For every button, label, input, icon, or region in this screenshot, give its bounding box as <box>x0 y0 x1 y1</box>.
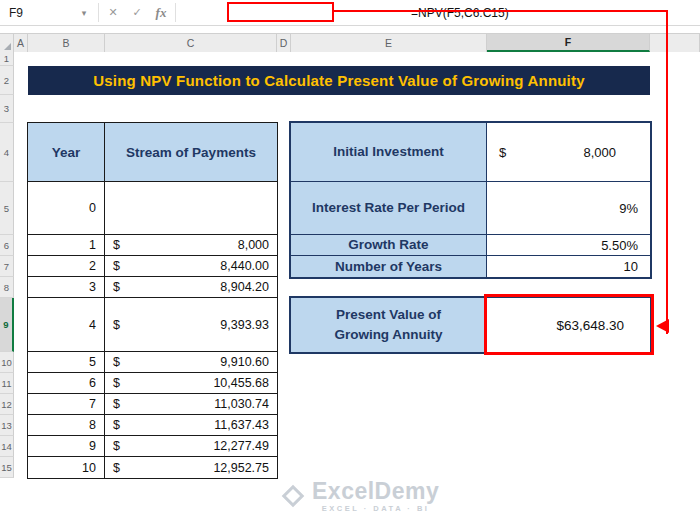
column-header-A[interactable]: A <box>14 34 28 52</box>
watermark-name: ExcelDemy <box>312 479 439 503</box>
column-header-B[interactable]: B <box>28 34 105 52</box>
cell-B8[interactable]: 3 <box>28 277 105 297</box>
amount-value: 8,000 <box>238 238 269 252</box>
row-header-7[interactable]: 7 <box>0 256 14 277</box>
row-header-11[interactable]: 11 <box>0 373 14 394</box>
currency-symbol: $ <box>113 461 120 475</box>
watermark-tagline: EXCEL · DATA · BI <box>322 504 430 513</box>
row-header-14[interactable]: 14 <box>0 436 14 457</box>
cell-B9[interactable]: 4 <box>28 298 105 351</box>
row-header-10[interactable]: 10 <box>0 352 14 373</box>
cell-C7[interactable]: $ 8,440.00 <box>105 256 277 276</box>
currency-symbol: $ <box>499 145 506 160</box>
cell-C5[interactable] <box>105 182 277 234</box>
cell-E9[interactable]: Present Value of Growing Annuity <box>291 298 487 352</box>
cell-B12[interactable]: 7 <box>28 394 105 414</box>
cell-B11[interactable]: 6 <box>28 373 105 393</box>
amount-value: 12,277.49 <box>213 439 269 453</box>
cell-F4[interactable]: $ 8,000 <box>487 123 650 181</box>
cell-E4[interactable]: Initial Investment <box>291 123 487 181</box>
table-row: 7 $ 11,030.74 <box>28 394 277 415</box>
row-header-9[interactable]: 9 <box>0 298 14 352</box>
enter-icon[interactable]: ✓ <box>125 6 149 19</box>
payments-table: Year Stream of Payments 0 1 $ 8,000 2 $ … <box>27 122 278 479</box>
column-header-E[interactable]: E <box>291 34 487 52</box>
row-header-12[interactable]: 12 <box>0 394 14 415</box>
result-block: Present Value of Growing Annuity $63,648… <box>289 296 652 354</box>
cell-B5[interactable]: 0 <box>28 182 105 234</box>
table-row: 9 $ 12,277.49 <box>28 436 277 457</box>
value-text: 5.50% <box>601 238 638 253</box>
formula-input[interactable]: =NPV(F5,C6:C15) <box>178 0 700 25</box>
column-header-C[interactable]: C <box>105 34 277 52</box>
cell-C12[interactable]: $ 11,030.74 <box>105 394 277 414</box>
name-box[interactable]: F9 <box>0 0 72 25</box>
row-header-8[interactable]: 8 <box>0 277 14 298</box>
annotation-connector-vertical <box>666 10 668 334</box>
row-header-15[interactable]: 15 <box>0 457 14 478</box>
insert-function-icon[interactable]: fx <box>149 5 173 21</box>
cell-B10[interactable]: 5 <box>28 352 105 372</box>
column-header-blank[interactable] <box>650 34 700 52</box>
table-row: Year Stream of Payments <box>28 123 277 182</box>
cell-C8[interactable]: $ 8,904.20 <box>105 277 277 297</box>
column-header-F[interactable]: F <box>487 34 650 52</box>
cell-B4[interactable]: Year <box>28 123 105 181</box>
cell-B7[interactable]: 2 <box>28 256 105 276</box>
cell-F5[interactable]: 9% <box>487 182 650 234</box>
cancel-icon[interactable]: ✕ <box>101 6 125 19</box>
cell-C15[interactable]: $ 12,952.75 <box>105 457 277 478</box>
amount-value: 11,030.74 <box>214 397 269 411</box>
row-header-6[interactable]: 6 <box>0 235 14 256</box>
name-box-dropdown-icon[interactable]: ▾ <box>72 0 96 25</box>
cell-C6[interactable]: $ 8,000 <box>105 235 277 255</box>
row-header-1[interactable]: 1 <box>0 52 14 66</box>
cell-C10[interactable]: $ 9,910.60 <box>105 352 277 372</box>
row-header-3[interactable]: 3 <box>0 95 14 123</box>
row-header-2[interactable]: 2 <box>0 66 14 95</box>
amount-value: 11,637.43 <box>214 418 269 432</box>
cell-C13[interactable]: $ 11,637.43 <box>105 415 277 435</box>
cell-C11[interactable]: $ 10,455.68 <box>105 373 277 393</box>
table-row: 8 $ 11,637.43 <box>28 415 277 436</box>
cell-E7[interactable]: Number of Years <box>291 256 487 277</box>
title-banner[interactable]: Using NPV Function to Calculate Present … <box>28 66 650 95</box>
value-text: 10 <box>624 259 638 274</box>
value-text: 8,000 <box>583 145 638 160</box>
cell-B6[interactable]: 1 <box>28 235 105 255</box>
currency-symbol: $ <box>113 418 120 432</box>
cell-C4[interactable]: Stream of Payments <box>105 123 277 181</box>
amount-value: 9,393.93 <box>220 318 269 332</box>
value-text: 9% <box>619 201 638 216</box>
table-row: 4 $ 9,393.93 <box>28 298 277 352</box>
cell-B14[interactable]: 9 <box>28 436 105 456</box>
currency-symbol: $ <box>113 355 120 369</box>
formula-bar: F9 ▾ ✕ ✓ fx =NPV(F5,C6:C15) <box>0 0 700 26</box>
cell-F7[interactable]: 10 <box>487 256 650 277</box>
cell-B13[interactable]: 8 <box>28 415 105 435</box>
cell-E5[interactable]: Interest Rate Per Period <box>291 182 487 234</box>
formula-text: =NPV(F5,C6:C15) <box>411 6 509 20</box>
column-headers: A B C D E F <box>0 33 700 52</box>
cell-C9[interactable]: $ 9,393.93 <box>105 298 277 351</box>
cell-C14[interactable]: $ 12,277.49 <box>105 436 277 456</box>
amount-value: 10,455.68 <box>213 376 269 390</box>
cell-E6[interactable]: Growth Rate <box>291 235 487 255</box>
cell-F9[interactable]: $63,648.30 <box>487 298 650 352</box>
column-header-D[interactable]: D <box>277 34 291 52</box>
amount-value: 9,910.60 <box>220 355 269 369</box>
row-header-4[interactable]: 4 <box>0 123 14 182</box>
row-header-13[interactable]: 13 <box>0 415 14 436</box>
table-row: Initial Investment $ 8,000 <box>291 123 650 182</box>
row-header-5[interactable]: 5 <box>0 182 14 235</box>
annotation-arrowhead-icon <box>656 319 669 333</box>
currency-symbol: $ <box>113 259 120 273</box>
table-row: 10 $ 12,952.75 <box>28 457 277 478</box>
select-all-corner[interactable] <box>0 34 14 52</box>
cell-F6[interactable]: 5.50% <box>487 235 650 255</box>
currency-symbol: $ <box>113 318 120 332</box>
table-row: 2 $ 8,440.00 <box>28 256 277 277</box>
table-row: 0 <box>28 182 277 235</box>
cell-B15[interactable]: 10 <box>28 457 105 478</box>
table-row: Number of Years 10 <box>291 256 650 277</box>
